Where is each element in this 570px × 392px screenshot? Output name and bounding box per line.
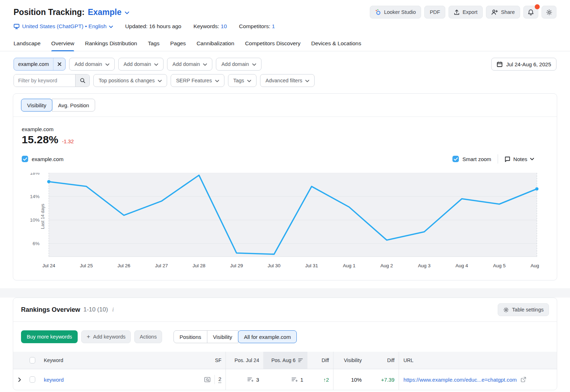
- rankings-overview-card: Rankings Overview 1-10 (10) i Table sett…: [13, 298, 557, 390]
- visibility-diff: -1.32: [62, 139, 74, 144]
- metric-toggle: Visibility Avg. Position: [21, 99, 95, 112]
- position-lines-icon: [291, 377, 297, 382]
- svg-text:10%: 10%: [30, 217, 40, 223]
- date-range-picker[interactable]: Jul 24-Aug 6, 2025: [491, 58, 556, 71]
- url-cell: https://www.example.com/educ...e=chatgpt…: [399, 369, 557, 390]
- add-domain-dropdown-3[interactable]: Add domain: [167, 58, 212, 71]
- view-all-for-domain[interactable]: All for example.com: [238, 330, 297, 343]
- chevron-down-icon: [305, 80, 309, 82]
- legend-example-com: example.com: [22, 156, 63, 162]
- filters-bar: example.com Add domain Add domain Add do…: [0, 51, 570, 87]
- add-keywords-button[interactable]: + Add keywords: [81, 330, 131, 343]
- sf-count[interactable]: 2: [218, 376, 221, 383]
- keyword-filter-input[interactable]: [14, 74, 75, 87]
- add-domain-dropdown-1[interactable]: Add domain: [69, 58, 114, 71]
- notification-badge: [535, 4, 540, 9]
- notes-dropdown[interactable]: Notes: [504, 156, 534, 162]
- view-visibility[interactable]: Visibility: [207, 330, 238, 343]
- buy-more-keywords-button[interactable]: Buy more keywords: [21, 330, 78, 343]
- column-diff[interactable]: Diff: [307, 352, 333, 369]
- column-pos-jul24[interactable]: Pos. Jul 24: [226, 352, 263, 369]
- domain-checkbox[interactable]: [22, 156, 28, 162]
- sf-cell: 2: [190, 369, 226, 390]
- chevron-down-icon: [247, 80, 251, 82]
- advanced-filters-dropdown[interactable]: Advanced filters: [260, 74, 315, 87]
- actions-button[interactable]: Actions: [134, 330, 162, 343]
- notifications-button[interactable]: [523, 6, 538, 19]
- card-separator: [0, 288, 570, 298]
- pos-jul24-cell: 3: [226, 369, 263, 390]
- location-language-selector[interactable]: United States (ChatGPT) • English: [14, 23, 113, 30]
- gear-icon: [546, 9, 553, 16]
- monitor-icon: [14, 24, 20, 29]
- chevron-down-icon[interactable]: [125, 11, 129, 14]
- tab-overview[interactable]: Overview: [51, 38, 74, 51]
- tags-dropdown[interactable]: Tags: [228, 74, 257, 87]
- tab-pages[interactable]: Pages: [170, 38, 186, 51]
- expand-row-icon[interactable]: [13, 369, 25, 390]
- pdf-button[interactable]: PDF: [424, 6, 445, 19]
- svg-text:Aug 2: Aug 2: [380, 263, 393, 268]
- table-settings-button[interactable]: Table settings: [498, 303, 549, 316]
- column-sf[interactable]: SF: [190, 352, 226, 369]
- column-diff2[interactable]: Diff: [366, 352, 399, 369]
- visibility-cell: 10%: [333, 369, 366, 390]
- column-pos-aug6[interactable]: Pos. Aug 6: [263, 352, 307, 369]
- svg-text:Last 14 days: Last 14 days: [40, 204, 45, 229]
- serp-features-icon[interactable]: [204, 377, 211, 383]
- column-keyword[interactable]: Keyword: [40, 352, 190, 369]
- top-positions-dropdown[interactable]: Top positions & changes: [93, 74, 167, 87]
- keyword-filter: [14, 74, 90, 87]
- close-icon[interactable]: [53, 58, 65, 70]
- column-url[interactable]: URL: [399, 352, 557, 369]
- url-link[interactable]: https://www.example.com/educ...e=chatgpt…: [403, 377, 517, 383]
- domain-chip: example.com: [14, 58, 66, 71]
- chevron-down-icon: [158, 80, 162, 82]
- svg-text:Jul 30: Jul 30: [268, 263, 280, 268]
- tab-devices-locations[interactable]: Devices & Locations: [311, 38, 361, 51]
- column-visibility[interactable]: Visibility: [333, 352, 366, 369]
- select-all-checkbox[interactable]: [30, 357, 35, 363]
- info-icon[interactable]: i: [112, 306, 114, 313]
- bell-icon: [528, 9, 534, 16]
- project-selector[interactable]: Example: [88, 7, 121, 17]
- search-icon[interactable]: [75, 74, 89, 87]
- toggle-visibility[interactable]: Visibility: [21, 99, 52, 112]
- share-button[interactable]: Share: [486, 6, 520, 19]
- calendar-icon: [497, 61, 503, 67]
- looker-studio-button[interactable]: Looker Studio: [370, 6, 421, 19]
- serp-features-dropdown[interactable]: SERP Features: [171, 74, 224, 87]
- table-row: keyword 2 3: [13, 369, 557, 390]
- chart-domain-label: example.com: [22, 126, 548, 132]
- visibility-chart[interactable]: 6%10%14%18%Last 14 daysJul 24Jul 25Jul 2…: [22, 173, 548, 272]
- svg-text:Aug 6: Aug 6: [530, 263, 540, 268]
- position-lines-icon: [247, 377, 253, 382]
- notes-icon: [504, 156, 511, 162]
- tab-landscape[interactable]: Landscape: [14, 38, 41, 51]
- row-checkbox[interactable]: [30, 376, 35, 383]
- divider: [214, 375, 215, 384]
- svg-text:18%: 18%: [30, 173, 40, 176]
- rankings-range: 1-10 (10): [83, 306, 108, 313]
- tab-tags[interactable]: Tags: [148, 38, 160, 51]
- view-positions[interactable]: Positions: [173, 330, 207, 343]
- chevron-down-icon: [215, 80, 219, 82]
- rankings-title: Rankings Overview: [21, 306, 80, 314]
- chevron-down-icon: [154, 63, 158, 66]
- smart-zoom-checkbox[interactable]: [452, 156, 459, 162]
- tab-competitors-discovery[interactable]: Competitors Discovery: [245, 38, 301, 51]
- plus-icon: +: [87, 333, 90, 340]
- tab-cannibalization[interactable]: Cannibalization: [197, 38, 234, 51]
- keyword-link[interactable]: keyword: [44, 377, 64, 383]
- visibility-value: 15.28%: [22, 134, 58, 146]
- export-button[interactable]: Export: [449, 6, 483, 19]
- tab-rankings-distribution[interactable]: Rankings Distribution: [85, 38, 137, 51]
- page-title: Position Tracking:: [14, 7, 84, 17]
- domain-chip-label: example.com: [14, 61, 53, 67]
- toggle-avg-position[interactable]: Avg. Position: [52, 99, 95, 112]
- sort-descending-icon: [298, 358, 303, 362]
- external-link-icon[interactable]: [520, 377, 526, 382]
- settings-button[interactable]: [542, 6, 556, 19]
- add-domain-dropdown-2[interactable]: Add domain: [118, 58, 164, 71]
- add-domain-dropdown-4[interactable]: Add domain: [216, 58, 261, 71]
